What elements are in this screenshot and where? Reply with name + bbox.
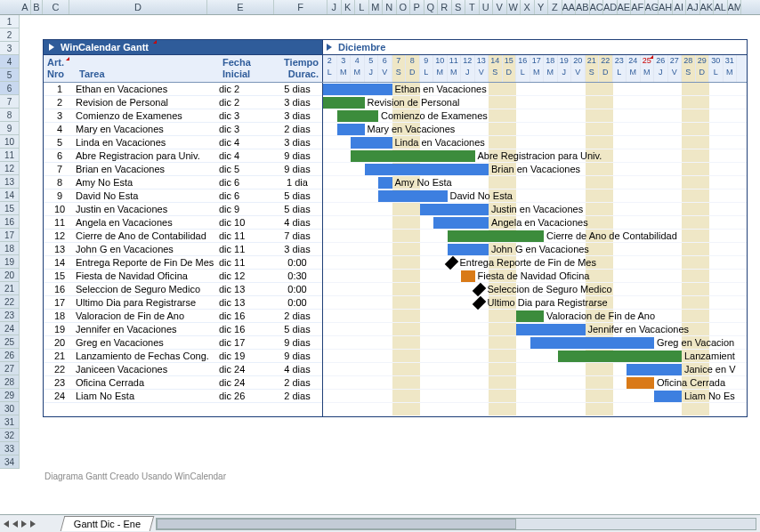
column-headers: ABCDEFJKLMNOPQRSTUVWXYZAAABACADAEAFAGAHA… <box>0 0 760 15</box>
